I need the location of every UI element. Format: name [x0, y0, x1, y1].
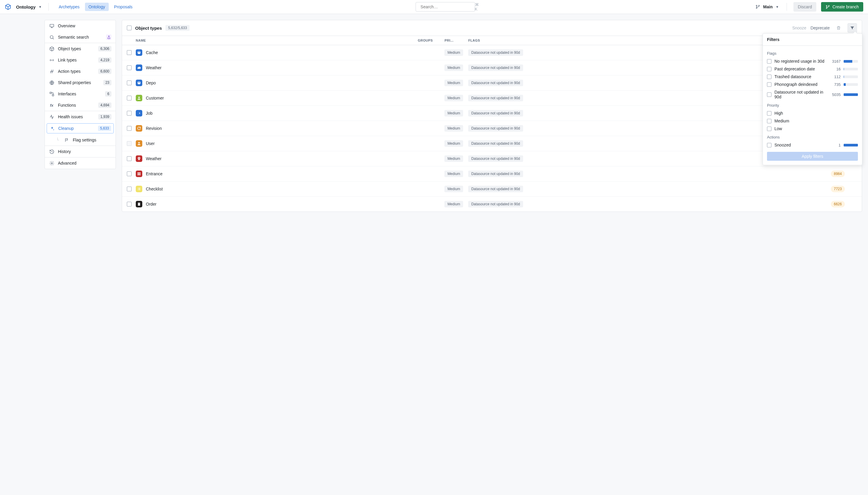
sidebar-item-history[interactable]: History — [45, 146, 116, 157]
filter-option[interactable]: No registered usage in 30d3167 — [767, 57, 858, 65]
filter-checkbox[interactable] — [767, 143, 771, 147]
svg-rect-7 — [50, 24, 54, 27]
filter-option[interactable]: Phonograph deindexed735 — [767, 81, 858, 88]
table-row[interactable]: EntranceMediumDatasource not updated in … — [122, 166, 862, 182]
svg-point-8 — [50, 35, 53, 38]
sidebar-item-cleanup[interactable]: Cleanup5,633 — [47, 123, 114, 133]
table-row[interactable]: CustomerMediumDatasource not updated in … — [122, 91, 862, 106]
filter-checkbox[interactable] — [767, 74, 771, 79]
table-row[interactable]: DepoMediumDatasource not updated in 90d2… — [122, 75, 862, 91]
filter-count: 112 — [829, 74, 841, 79]
select-all-checkbox[interactable] — [127, 25, 132, 30]
branch-dropdown[interactable]: Main ▼ — [754, 4, 780, 9]
filter-option[interactable]: Medium — [767, 117, 858, 125]
filter-option[interactable]: High — [767, 109, 858, 117]
table-row[interactable]: WeatherMediumDatasource not updated in 9… — [122, 60, 862, 75]
object-type-icon — [136, 125, 142, 132]
filter-option[interactable]: Low — [767, 125, 858, 133]
nav-proposals[interactable]: Proposals — [110, 3, 136, 11]
table-row[interactable]: CacheMediumDatasource not updated in 90d… — [122, 45, 862, 60]
sidebar-item-action-types[interactable]: Action types6,600 — [45, 66, 116, 77]
filter-checkbox[interactable] — [767, 92, 771, 97]
sidebar-item-shared-properties[interactable]: Shared properties23 — [45, 77, 116, 88]
table-title: Object types — [135, 25, 162, 31]
filter-checkbox[interactable] — [767, 67, 771, 71]
filter-checkbox[interactable] — [767, 82, 771, 87]
table-row[interactable]: RevisionMediumDatasource not updated in … — [122, 121, 862, 136]
apply-filters-button[interactable]: Apply filters — [767, 152, 858, 161]
deprecate-button[interactable]: Deprecate — [810, 25, 830, 30]
row-checkbox[interactable] — [127, 50, 132, 55]
filter-option[interactable]: Trashed datasource112 — [767, 73, 858, 81]
sidebar-item-flag-settings[interactable]: └Flag settings — [45, 134, 116, 146]
filter-option[interactable]: Datasource not updated in 90d5035 — [767, 88, 858, 101]
row-name: Depo — [146, 81, 156, 85]
col-name[interactable]: NAME — [136, 39, 418, 42]
filter-checkbox[interactable] — [767, 111, 771, 116]
sparkle-icon — [49, 126, 55, 131]
git-branch-icon — [756, 4, 760, 9]
filter-option[interactable]: Snoozed1 — [767, 141, 858, 149]
discard-button[interactable]: Discard — [794, 2, 816, 12]
row-checkbox[interactable] — [127, 81, 132, 85]
filter-count: 735 — [829, 82, 841, 87]
filter-toggle-button[interactable] — [848, 23, 857, 33]
filter-checkbox[interactable] — [767, 119, 771, 123]
row-checkbox[interactable] — [127, 65, 132, 70]
row-checkbox[interactable] — [127, 96, 132, 100]
sidebar-item-object-types[interactable]: Object types6,306 — [45, 43, 116, 54]
sidebar-item-overview[interactable]: Overview — [45, 20, 116, 32]
filter-section-title: Actions — [767, 135, 858, 139]
sidebar-item-advanced[interactable]: Advanced — [45, 157, 116, 169]
row-checkbox[interactable] — [127, 126, 132, 131]
col-groups[interactable]: GROUPS — [418, 39, 445, 42]
create-branch-button[interactable]: Create branch — [821, 2, 863, 12]
filter-label: Past deprecation date — [775, 67, 826, 71]
git-branch-icon — [826, 5, 830, 9]
priority-pill: Medium — [445, 186, 463, 192]
delete-button[interactable] — [834, 23, 843, 33]
table-row[interactable]: JobMediumDatasource not updated in 90d14… — [122, 106, 862, 121]
filter-label: Trashed datasource — [775, 74, 826, 79]
priority-pill: Medium — [445, 65, 463, 71]
sidebar-item-interfaces[interactable]: Interfaces6 — [45, 88, 116, 100]
svg-rect-19 — [138, 203, 140, 206]
filter-section-title: Flags — [767, 51, 858, 55]
cube-icon — [49, 46, 54, 51]
table-row[interactable]: UserMediumDatasource not updated in 90d1… — [122, 136, 862, 151]
global-search[interactable]: ⌘ K — [416, 2, 475, 12]
filter-bar — [844, 60, 858, 63]
sidebar-item-health-issues[interactable]: Health issues1,939 — [45, 111, 116, 122]
col-priority[interactable]: PRI... — [445, 39, 468, 42]
table-row[interactable]: OrderMediumDatasource not updated in 90d… — [122, 197, 862, 211]
row-checkbox[interactable] — [127, 187, 132, 191]
snooze-button[interactable]: Snooze — [792, 25, 806, 30]
priority-pill: Medium — [445, 201, 463, 207]
row-checkbox[interactable] — [127, 156, 132, 161]
row-name: Revision — [146, 126, 162, 131]
table-row[interactable]: ChecklistMediumDatasource not updated in… — [122, 182, 862, 197]
sidebar-item-semantic-search[interactable]: Semantic search — [45, 32, 116, 43]
filter-label: Phonograph deindexed — [775, 82, 826, 87]
chevron-down-icon: ▼ — [39, 5, 42, 8]
sidebar-item-count: 6,600 — [98, 69, 111, 74]
table-row[interactable]: WeatherMediumDatasource not updated in 9… — [122, 151, 862, 166]
search-input[interactable] — [421, 4, 473, 9]
filter-checkbox[interactable] — [767, 126, 771, 131]
filter-popover: Filters FlagsNo registered usage in 30d3… — [763, 33, 862, 165]
filter-bar — [844, 83, 858, 86]
row-checkbox[interactable] — [127, 202, 132, 206]
filter-checkbox[interactable] — [767, 59, 771, 64]
flag-pill: Datasource not updated in 90d — [468, 171, 523, 177]
sidebar-item-link-types[interactable]: Link types4,219 — [45, 54, 116, 66]
divider — [48, 3, 49, 11]
sidebar-item-label: Functions — [58, 103, 95, 107]
row-checkbox[interactable] — [127, 171, 132, 176]
row-checkbox[interactable] — [127, 111, 132, 116]
brand-dropdown[interactable]: Ontology ▼ — [16, 4, 42, 10]
filter-option[interactable]: Past deprecation date16 — [767, 65, 858, 73]
sidebar-item-functions[interactable]: fxFunctions4,694 — [45, 100, 116, 111]
nav-archetypes[interactable]: Archetypes — [55, 3, 83, 11]
nav-ontology[interactable]: Ontology — [85, 3, 109, 11]
sidebar-item-count: 23 — [103, 80, 111, 85]
